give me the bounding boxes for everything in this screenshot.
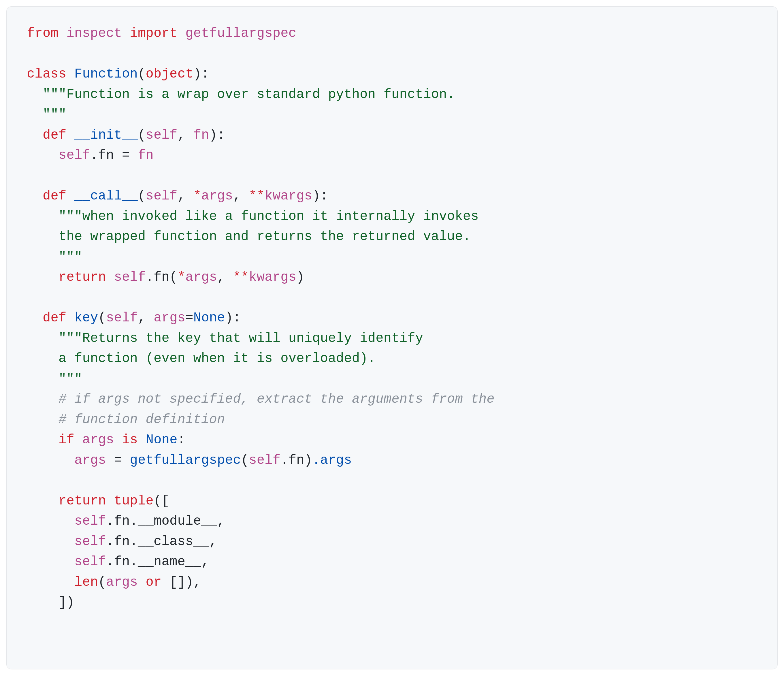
code-block: from inspect import getfullargspec class… [6, 6, 778, 669]
keyword-class: class [27, 67, 67, 82]
arg-self: self [106, 311, 138, 325]
comment: # function definition [59, 412, 225, 427]
class-name: Function [75, 67, 138, 82]
arg-args: args [201, 188, 233, 204]
builtin-tuple: tuple [114, 493, 154, 508]
docstring: """Returns the key that will uniquely id… [59, 331, 423, 346]
keyword-import: import [130, 26, 177, 41]
text: .fn = [90, 148, 138, 163]
docstring: """ [27, 107, 67, 122]
paren: ( [138, 67, 146, 82]
keyword-def: def [43, 128, 67, 143]
var-self: self [75, 514, 106, 529]
keyword-from: from [27, 26, 59, 41]
var-self: self [75, 554, 106, 569]
attr-args: .args [312, 453, 352, 468]
paren: ): [193, 67, 209, 82]
arg-args: args [154, 311, 185, 325]
code-content: from inspect import getfullargspec class… [27, 23, 757, 613]
text: .fn( [146, 270, 177, 285]
keyword-if: if [59, 432, 75, 447]
var-self: self [249, 453, 280, 468]
keyword-return: return [59, 493, 106, 508]
docstring: """Function is a wrap over standard pyth… [43, 87, 455, 102]
text: .fn [280, 453, 304, 468]
func-call: __call__ [75, 188, 138, 204]
module-inspect: inspect [67, 26, 122, 41]
text: .fn.__module__, [106, 514, 225, 529]
keyword-def: def [43, 311, 67, 325]
const-none: None [193, 311, 225, 325]
docstring: the wrapped function and returns the ret… [27, 229, 471, 244]
keyword-or: or [146, 575, 162, 590]
text: = [106, 453, 130, 468]
keyword-is: is [122, 432, 138, 447]
const-none: None [146, 432, 177, 447]
var-self: self [75, 534, 106, 549]
var-args: args [185, 270, 217, 285]
keyword-return: return [59, 270, 106, 285]
call-getfullargspec: getfullargspec [130, 453, 241, 468]
var-args: args [106, 575, 138, 590]
var-self: self [114, 270, 146, 285]
arg-kwargs: kwargs [264, 188, 312, 204]
arg-fn: fn [193, 128, 209, 143]
text: .fn.__name__, [106, 554, 209, 569]
docstring: """ [27, 372, 82, 387]
func-init: __init__ [75, 128, 138, 143]
var-args: args [82, 432, 114, 447]
var-kwargs: kwargs [249, 270, 296, 285]
keyword-def: def [43, 188, 67, 204]
docstring: """ [27, 250, 82, 264]
text: .fn.__class__, [106, 534, 217, 549]
func-key: key [75, 311, 98, 325]
var-fn: fn [138, 148, 154, 163]
builtin-len: len [75, 575, 98, 590]
comment: # if args not specified, extract the arg… [59, 392, 495, 407]
arg-self: self [146, 128, 177, 143]
arg-self: self [146, 188, 177, 204]
var-args: args [75, 453, 106, 468]
var-self: self [59, 148, 90, 163]
docstring: """when invoked like a function it inter… [59, 209, 479, 224]
name-getfullargspec: getfullargspec [185, 26, 296, 41]
builtin-object: object [146, 67, 193, 82]
docstring: a function (even when it is overloaded). [27, 351, 376, 366]
